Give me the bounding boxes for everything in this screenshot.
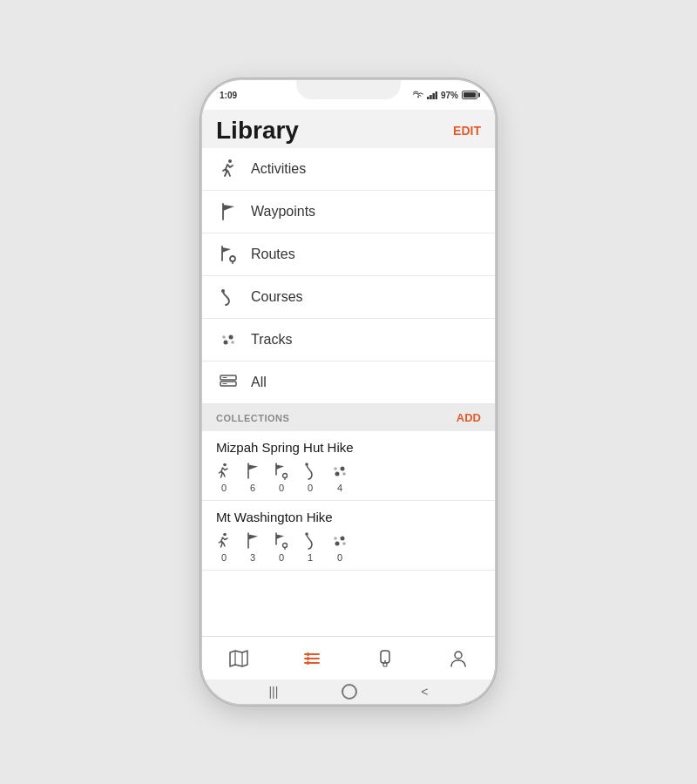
home-bar: ||| < [202, 679, 495, 704]
svg-rect-2 [432, 93, 435, 99]
collection-item-1[interactable]: Mt Washington Hike 0 [202, 501, 495, 571]
collections-header: COLLECTIONS ADD [202, 404, 495, 431]
routes-label: Routes [251, 247, 295, 262]
stat-courses-count-0: 0 [308, 483, 313, 493]
svg-point-27 [342, 472, 346, 476]
svg-point-49 [455, 652, 462, 659]
svg-point-11 [229, 335, 233, 340]
stat-courses-1: 1 [303, 531, 317, 563]
stat-waypoints-icon-1 [246, 531, 260, 551]
menu-item-activities[interactable]: Activities [202, 148, 495, 191]
stat-routes-0: 0 [274, 462, 289, 493]
svg-point-24 [335, 472, 340, 476]
collection-item-0[interactable]: Mizpah Spring Hut Hike 0 [202, 431, 495, 501]
svg-point-21 [283, 474, 288, 478]
activities-icon [216, 157, 240, 181]
svg-rect-1 [430, 95, 432, 99]
svg-point-26 [334, 467, 337, 470]
collection-name-1: Mt Washington Hike [216, 510, 481, 524]
edit-button[interactable]: EDIT [453, 124, 481, 138]
svg-point-37 [342, 542, 346, 545]
routes-icon [216, 242, 240, 267]
home-button[interactable] [342, 684, 357, 700]
nav-profile[interactable] [439, 643, 477, 674]
svg-point-33 [305, 532, 308, 536]
waypoints-icon [216, 199, 240, 224]
notch [296, 80, 401, 99]
stat-routes-count-1: 0 [279, 552, 284, 563]
stat-activities-icon-0 [216, 462, 232, 481]
svg-point-23 [305, 463, 308, 466]
menu-item-tracks[interactable]: Tracks [202, 319, 495, 362]
map-nav-icon [228, 648, 249, 669]
svg-point-13 [231, 341, 234, 344]
nav-library[interactable] [293, 643, 331, 674]
menu-item-courses[interactable]: Courses [202, 276, 495, 319]
stat-routes-1: 0 [274, 531, 289, 563]
stat-routes-icon-1 [274, 531, 289, 551]
stat-tracks-icon-1 [331, 531, 348, 551]
add-collection-button[interactable]: ADD [457, 411, 481, 424]
stat-tracks-icon-0 [331, 462, 348, 481]
stat-courses-count-1: 1 [308, 552, 313, 563]
svg-point-47 [384, 660, 386, 662]
svg-point-28 [223, 533, 227, 537]
stat-courses-icon-0 [303, 462, 317, 481]
stat-activities-count-1: 0 [221, 552, 227, 563]
svg-rect-48 [383, 663, 387, 666]
svg-point-9 [221, 289, 225, 293]
battery-icon [462, 91, 477, 99]
page-title: Library [216, 117, 299, 145]
stat-courses-0: 0 [303, 462, 317, 493]
stat-tracks-0: 4 [331, 462, 348, 493]
menu-item-routes[interactable]: Routes [202, 233, 495, 276]
battery-percent: 97% [441, 91, 458, 100]
svg-point-36 [334, 537, 337, 540]
stat-waypoints-icon-0 [246, 462, 260, 481]
wifi-icon [413, 91, 423, 99]
all-label: All [251, 375, 267, 390]
stat-waypoints-count-1: 3 [250, 552, 255, 563]
stat-courses-icon-1 [303, 531, 317, 551]
courses-label: Courses [251, 289, 303, 305]
menu-item-all[interactable]: All [202, 362, 495, 404]
svg-point-12 [222, 335, 226, 339]
app-content: Library EDIT Activities [202, 110, 495, 679]
nav-map[interactable] [220, 643, 258, 674]
stat-activities-icon-1 [216, 531, 232, 551]
phone-screen: 1:09 97% [202, 80, 495, 704]
svg-point-4 [228, 159, 232, 163]
stat-activities-0: 0 [216, 462, 232, 493]
svg-point-10 [224, 341, 228, 345]
nav-devices[interactable] [366, 643, 404, 674]
library-nav-icon [301, 648, 322, 669]
profile-nav-icon [448, 648, 469, 669]
svg-point-34 [335, 542, 340, 546]
svg-rect-3 [436, 91, 437, 99]
battery-fill [464, 92, 476, 98]
menu-item-waypoints[interactable]: Waypoints [202, 191, 495, 233]
stat-waypoints-0: 6 [246, 462, 260, 493]
collections-section-label: COLLECTIONS [216, 413, 289, 423]
svg-point-7 [230, 256, 235, 261]
svg-point-43 [307, 652, 310, 656]
bottom-nav [202, 636, 495, 679]
menu-list: Activities Waypoints [202, 148, 495, 404]
stat-tracks-count-0: 4 [337, 483, 342, 493]
stat-routes-count-0: 0 [279, 483, 284, 493]
collection-stats-0: 0 6 [216, 462, 481, 493]
collection-stats-1: 0 3 [216, 531, 481, 563]
courses-icon [216, 285, 240, 309]
status-right: 97% [413, 91, 477, 100]
tracks-icon [216, 328, 240, 352]
svg-point-18 [223, 463, 227, 467]
recent-apps-button[interactable]: < [421, 685, 428, 699]
stat-waypoints-1: 3 [246, 531, 260, 563]
svg-rect-0 [427, 97, 430, 99]
phone-frame: 1:09 97% [200, 78, 497, 706]
status-time: 1:09 [220, 91, 237, 100]
signal-icon [427, 91, 437, 99]
svg-point-44 [307, 657, 310, 660]
back-button[interactable]: ||| [268, 685, 278, 699]
all-icon [216, 370, 240, 395]
